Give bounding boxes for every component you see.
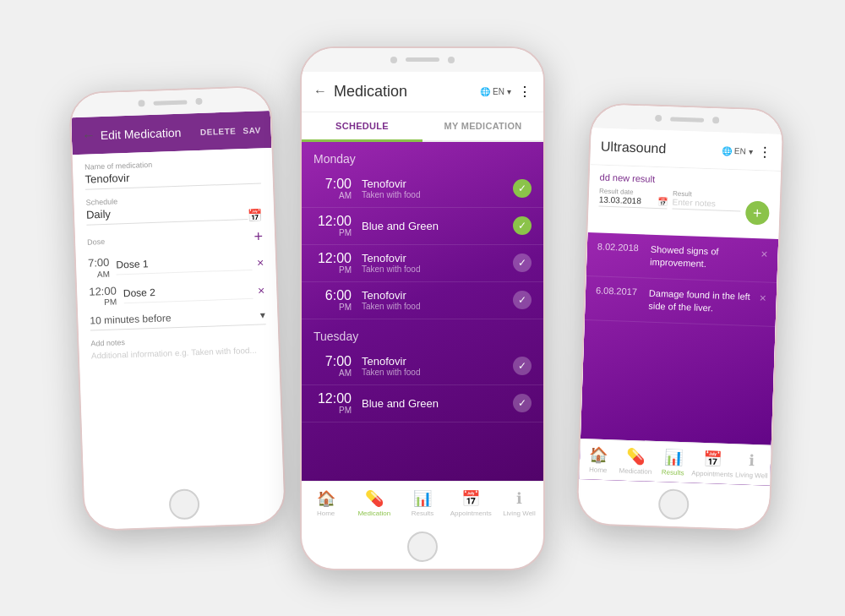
result-field: Result Enter notes xyxy=(672,189,741,211)
med-item-mon-2: 12:00 PM Blue and Green ✓ xyxy=(302,208,543,245)
add-result-label[interactable]: dd new result xyxy=(600,172,771,188)
nav-appointments-center[interactable]: 📅 Appointments xyxy=(447,489,495,517)
med-header: ← Medication 🌐 EN ▾ ⋮ xyxy=(302,72,543,112)
dose-name-2[interactable]: Dose 2 xyxy=(123,282,254,303)
date-field: Result date 13.03.2018 📅 xyxy=(598,187,668,209)
result-input[interactable]: Enter notes xyxy=(672,197,740,211)
lang-badge[interactable]: 🌐 EN ▾ xyxy=(480,87,511,96)
nav-results-label-center: Results xyxy=(412,510,434,517)
med-item-tue-2: 12:00 PM Blue and Green ✓ xyxy=(302,385,543,422)
notes-placeholder[interactable]: Additional information e.g. Taken with f… xyxy=(91,345,267,360)
nav-living-well-label-center: Living Well xyxy=(503,510,536,517)
med-time-mon-3: 12:00 PM xyxy=(313,252,352,275)
remove-result-2[interactable]: × xyxy=(759,291,766,304)
nav-medication-center[interactable]: 💊 Medication xyxy=(350,489,398,517)
day-tuesday: Tuesday xyxy=(302,319,543,348)
nav-living-well-right[interactable]: ℹ Living Well xyxy=(733,450,771,480)
nav-home-center[interactable]: 🏠 Home xyxy=(302,489,350,517)
calendar-icon[interactable]: 📅 xyxy=(248,208,263,222)
check-mon-1: ✓ xyxy=(513,179,532,198)
nav-medication-label-center: Medication xyxy=(357,510,390,517)
home-icon-right: 🏠 xyxy=(589,445,608,465)
phone-content-center: ← Medication 🌐 EN ▾ ⋮ SCHEDULE MY MEDIC xyxy=(302,72,543,525)
menu-dots[interactable]: ⋮ xyxy=(518,84,532,100)
remove-dose-1[interactable]: × xyxy=(257,255,264,269)
lang-chevron: ▾ xyxy=(507,87,511,96)
back-arrow-center[interactable]: ← xyxy=(313,84,327,99)
nav-results-right[interactable]: 📊 Results xyxy=(654,448,692,477)
back-arrow-left[interactable]: ← xyxy=(81,128,95,144)
nav-appointments-right[interactable]: 📅 Appointments xyxy=(691,449,733,478)
nav-results-center[interactable]: 📊 Results xyxy=(398,489,446,517)
home-button-center[interactable] xyxy=(407,532,438,562)
med-info-mon-1: Tenofovir Taken with food xyxy=(362,177,513,199)
appointments-icon-right: 📅 xyxy=(703,450,722,469)
edit-med-body: Name of medication Tenofovir Schedule Da… xyxy=(73,147,284,485)
day-monday: Monday xyxy=(302,142,543,171)
globe-icon: 🌐 xyxy=(480,87,490,96)
lang-text: EN xyxy=(493,87,504,96)
tab-schedule[interactable]: SCHEDULE xyxy=(302,112,422,142)
med-info-mon-3: Tenofovir Taken with food xyxy=(362,252,513,274)
menu-dots-right[interactable]: ⋮ xyxy=(758,144,772,161)
delete-button[interactable]: DELETE xyxy=(200,125,237,135)
result-add-button[interactable]: + xyxy=(745,200,770,225)
med-time-mon-2: 12:00 PM xyxy=(313,215,352,237)
reminder-select[interactable]: 10 minutes before ▾ xyxy=(90,308,266,330)
tab-bar: SCHEDULE MY MEDICATION xyxy=(302,112,543,142)
save-button[interactable]: SAV xyxy=(243,124,261,134)
dose-ampm-2: PM xyxy=(90,297,117,308)
result-item-2: 6.08.2017 Damage found in the left side … xyxy=(585,275,777,326)
camera2-left xyxy=(195,97,202,104)
schedule-content: Monday 7:00 AM Tenofovir Taken with food… xyxy=(302,142,543,525)
check-tue-1: ✓ xyxy=(513,357,532,375)
camera2-center xyxy=(448,57,455,63)
camera2-right xyxy=(712,117,719,123)
nav-living-well-center[interactable]: ℹ Living Well xyxy=(495,489,543,517)
speaker-center xyxy=(406,57,439,62)
home-button-left[interactable] xyxy=(168,488,199,520)
dose-item-1: 7:00 AM Dose 1 × xyxy=(88,250,264,280)
nav-living-well-label-right: Living Well xyxy=(735,471,768,479)
phone-center: ← Medication 🌐 EN ▾ ⋮ SCHEDULE MY MEDIC xyxy=(300,46,545,570)
ultrasound-title: Ultrasound xyxy=(601,139,667,156)
ultrasound-body: dd new result Result date 13.03.2018 📅 R… xyxy=(587,165,781,239)
dose-time-big-2: 12:00 xyxy=(89,284,117,298)
dose-item-2: 12:00 PM Dose 2 × xyxy=(89,278,265,308)
nav-home-right[interactable]: 🏠 Home xyxy=(579,444,617,474)
globe-icon-right: 🌐 xyxy=(722,145,732,155)
check-mon-3: ✓ xyxy=(513,253,532,272)
date-input[interactable]: 13.03.2018 📅 xyxy=(598,194,667,209)
bottom-nav-right: 🏠 Home 💊 Medication 📊 Results 📅 Appointm… xyxy=(579,438,771,485)
dose-time-1: 7:00 AM xyxy=(88,255,110,279)
home-button-right[interactable] xyxy=(658,488,690,520)
edit-med-header-left: ← Edit Medication xyxy=(81,124,181,143)
dose-time-big-1: 7:00 xyxy=(88,255,110,269)
med-info-mon-4: Tenofovir Taken with food xyxy=(362,289,513,311)
remove-result-1[interactable]: × xyxy=(760,247,768,260)
tab-my-medication[interactable]: MY MEDICATION xyxy=(422,112,543,140)
add-dose-button[interactable]: + xyxy=(254,227,263,245)
phone-top-bar-center xyxy=(302,48,543,72)
phone-left: ← Edit Medication DELETE SAV Name of med… xyxy=(68,84,286,531)
lang-badge-right[interactable]: 🌐 EN ▾ xyxy=(722,145,753,155)
ultrasound-header-icons: 🌐 EN ▾ ⋮ xyxy=(722,142,772,160)
med-item-mon-3: 12:00 PM Tenofovir Taken with food ✓ xyxy=(302,245,543,282)
nav-medication-right[interactable]: 💊 Medication xyxy=(617,446,655,476)
dose-name-1[interactable]: Dose 1 xyxy=(116,254,252,275)
remove-dose-2[interactable]: × xyxy=(258,283,265,297)
phone-content-right: Ultrasound 🌐 EN ▾ ⋮ dd new result xyxy=(579,128,782,486)
phone-right: Ultrasound 🌐 EN ▾ ⋮ dd new result xyxy=(575,102,784,532)
camera-right xyxy=(655,114,662,121)
med-item-mon-4: 6:00 PM Tenofovir Taken with food ✓ xyxy=(302,282,543,319)
camera-left xyxy=(138,100,144,106)
results-icon-right: 📊 xyxy=(663,448,683,467)
med-title: Medication xyxy=(334,83,480,101)
living-well-icon-center: ℹ xyxy=(516,489,522,508)
edit-med-header-right: DELETE SAV xyxy=(200,124,261,135)
home-icon-center: 🏠 xyxy=(317,489,335,508)
med-header-icons: 🌐 EN ▾ ⋮ xyxy=(480,84,532,100)
medication-icon-right: 💊 xyxy=(626,446,646,466)
bottom-nav-center: 🏠 Home 💊 Medication 📊 Results 📅 Appointm… xyxy=(302,481,543,525)
med-info-tue-2: Blue and Green xyxy=(362,397,513,410)
